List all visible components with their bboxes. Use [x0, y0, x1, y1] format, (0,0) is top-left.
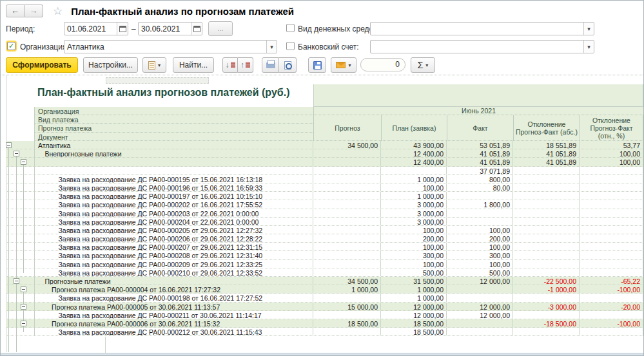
value-cell[interactable]: 100,00 — [381, 243, 447, 250]
value-cell[interactable] — [513, 243, 580, 250]
row-label[interactable]: Внепрогнозные платежи — [34, 149, 313, 157]
org-combobox[interactable]: Атлантика ▾ — [64, 40, 277, 53]
value-cell[interactable]: -20,00 — [580, 303, 643, 310]
row-label[interactable]: Заявка на расходование ДС РА00-000202 от… — [34, 200, 313, 208]
column-header-deviation-abs[interactable]: Отклонение Прогноз-Факт (абс.) — [513, 115, 580, 141]
value-cell[interactable]: 34 500,00 — [313, 141, 381, 149]
period-more-button[interactable]: ... — [208, 21, 233, 36]
value-cell[interactable]: 41 051,89 — [447, 149, 513, 157]
value-cell[interactable] — [580, 167, 643, 174]
row-label[interactable]: Заявка на расходование ДС РА00-000204 от… — [34, 218, 313, 225]
collapse-groups-button[interactable]: ↓ — [222, 57, 238, 73]
value-cell[interactable]: 100,00 — [580, 158, 643, 165]
value-cell[interactable]: 800,00 — [447, 175, 513, 183]
row-label[interactable]: Заявка на расходование ДС РА00-000208 от… — [34, 251, 313, 259]
row-label[interactable]: Прогнозные платежи — [34, 277, 313, 285]
value-cell[interactable]: 300,00 — [447, 251, 513, 259]
report-row[interactable]: Заявка на расходование ДС РА00-000208 от… — [6, 251, 643, 259]
report-row[interactable]: Заявка на расходование ДС РА00-000197 от… — [6, 192, 643, 200]
row-label[interactable]: Заявка на расходование ДС РА00-000196 от… — [34, 183, 313, 191]
report-row[interactable]: Атлантика34 500,0043 900,0053 051,8918 5… — [6, 141, 643, 149]
row-label[interactable]: Атлантика — [34, 141, 313, 149]
value-cell[interactable]: 200,00 — [447, 234, 513, 242]
row-label[interactable]: Прогноз платежа РА00-000005 от 30.06.202… — [34, 303, 313, 310]
value-cell[interactable] — [580, 251, 643, 259]
value-cell[interactable] — [580, 268, 643, 276]
cash-kind-combobox[interactable]: ▾ — [370, 22, 594, 35]
value-cell[interactable]: 1 800,00 — [447, 200, 513, 208]
value-cell[interactable]: 41 051,89 — [513, 158, 580, 165]
value-cell[interactable]: 12 000,00 — [381, 311, 447, 319]
value-cell[interactable] — [513, 183, 580, 191]
value-cell[interactable] — [513, 218, 580, 225]
favorite-star-icon[interactable]: ☆ — [53, 5, 63, 18]
row-label[interactable] — [34, 158, 313, 165]
period-from-field[interactable]: 01.06.2021 — [64, 22, 128, 35]
value-cell[interactable] — [313, 158, 381, 165]
value-cell[interactable] — [313, 175, 381, 183]
value-cell[interactable]: 18 500,00 — [381, 319, 447, 327]
value-cell[interactable] — [580, 200, 643, 208]
value-cell[interactable] — [313, 226, 381, 234]
value-cell[interactable]: -3 000,00 — [513, 303, 580, 310]
value-cell[interactable] — [447, 209, 513, 217]
value-cell[interactable]: -18 500,00 — [513, 319, 580, 327]
row-label[interactable]: Заявка на расходование ДС РА00-000211 от… — [34, 311, 313, 319]
value-cell[interactable] — [313, 183, 381, 191]
value-cell[interactable]: 100,00 — [381, 226, 447, 234]
value-cell[interactable]: -22 500,00 — [513, 277, 580, 285]
autosum-field[interactable]: 0 — [360, 58, 405, 71]
value-cell[interactable] — [313, 243, 381, 250]
dropdown-button[interactable]: ▾ — [266, 41, 277, 53]
report-row[interactable]: Заявка на расходование ДС РА00-000195 от… — [6, 175, 643, 183]
value-cell[interactable]: -100,00 — [580, 319, 643, 327]
generate-button[interactable]: Сформировать — [6, 57, 78, 73]
value-cell[interactable] — [447, 218, 513, 225]
value-cell[interactable] — [580, 260, 643, 268]
value-cell[interactable]: 34 500,00 — [313, 277, 381, 285]
send-mail-button[interactable]: ▾ — [331, 57, 356, 73]
column-header-fact[interactable]: Факт — [447, 115, 513, 141]
value-cell[interactable] — [447, 294, 513, 301]
column-header-deviation-rel[interactable]: Отклонение Прогноз-Факт (отн., %) — [580, 115, 643, 141]
value-cell[interactable] — [313, 260, 381, 268]
value-cell[interactable] — [313, 234, 381, 242]
value-cell[interactable] — [513, 175, 580, 183]
selected-cell[interactable] — [106, 77, 209, 84]
value-cell[interactable]: 200,00 — [381, 234, 447, 242]
value-cell[interactable]: 1 000,00 — [381, 285, 447, 293]
value-cell[interactable] — [513, 167, 580, 174]
value-cell[interactable] — [513, 226, 580, 234]
value-cell[interactable]: 100,00 — [580, 149, 643, 157]
row-label[interactable]: Заявка на расходование ДС РА00-000198 от… — [34, 294, 313, 301]
value-cell[interactable] — [580, 183, 643, 191]
collapse-group-button[interactable] — [6, 142, 12, 148]
value-cell[interactable]: 43 900,00 — [381, 141, 447, 149]
value-cell[interactable]: -100,00 — [580, 285, 643, 293]
value-cell[interactable]: -65,22 — [580, 277, 643, 285]
report-row[interactable]: Заявка на расходование ДС РА00-000198 от… — [6, 294, 643, 302]
value-cell[interactable] — [580, 226, 643, 234]
report-row[interactable]: 12 400,0041 051,8941 051,89100,00 — [6, 158, 643, 166]
back-button[interactable]: ← — [6, 5, 24, 17]
value-cell[interactable]: 1 000,00 — [381, 294, 447, 301]
value-cell[interactable] — [513, 200, 580, 208]
value-cell[interactable] — [513, 192, 580, 200]
value-cell[interactable] — [313, 218, 381, 225]
report-row[interactable]: Заявка на расходование ДС РА00-000204 от… — [6, 218, 643, 226]
report-row[interactable]: Прогноз платежа РА00-000005 от 30.06.202… — [6, 303, 643, 311]
value-cell[interactable]: 12 000,00 — [447, 303, 513, 310]
value-cell[interactable] — [513, 268, 580, 276]
value-cell[interactable]: 3 000,00 — [381, 218, 447, 225]
value-cell[interactable]: -1 000,00 — [513, 285, 580, 293]
value-cell[interactable] — [580, 243, 643, 250]
value-cell[interactable]: 15 000,00 — [313, 303, 381, 310]
value-cell[interactable]: 100,00 — [381, 260, 447, 268]
value-cell[interactable]: 500,00 — [447, 268, 513, 276]
row-label[interactable]: Заявка на расходование ДС РА00-000210 от… — [34, 268, 313, 276]
value-cell[interactable]: 100,00 — [447, 243, 513, 250]
save-button[interactable] — [308, 57, 326, 73]
value-cell[interactable]: 31 500,00 — [381, 277, 447, 285]
cash-kind-checkbox[interactable] — [286, 24, 295, 32]
value-cell[interactable] — [447, 192, 513, 200]
